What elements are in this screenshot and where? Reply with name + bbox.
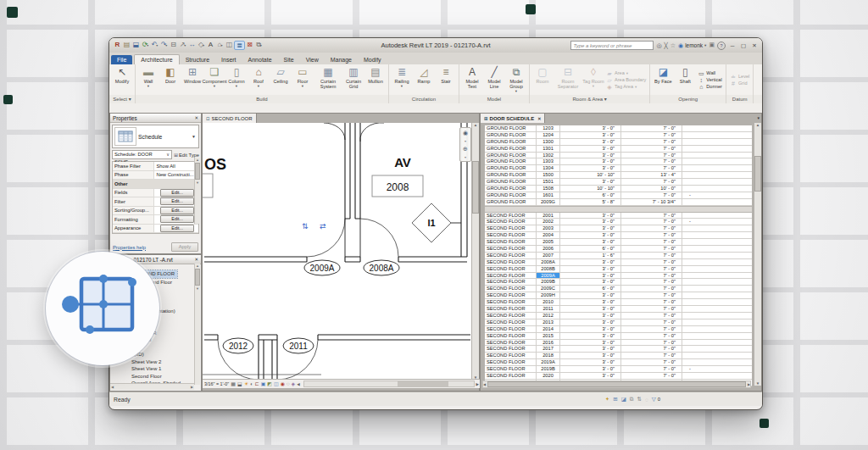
schedule-cell[interactable]: 10' - 0"	[621, 186, 682, 192]
schedule-cell[interactable]: 7' - 0"	[621, 158, 682, 164]
schedule-cell[interactable]: GROUND FLOOR	[485, 153, 537, 158]
schedule-row[interactable]: SECOND FLOOR20153' - 0"7' - 0"	[485, 333, 752, 340]
schedule-cell[interactable]: 1508	[537, 186, 560, 192]
schedule-cell[interactable]: 7' - 0"	[621, 259, 682, 265]
schedule-cell[interactable]	[682, 306, 752, 312]
schedule-cell[interactable]: 1204	[537, 132, 560, 138]
schedule-row[interactable]: SECOND FLOOR20113' - 0"7' - 0"	[485, 306, 752, 313]
minimize-button[interactable]: ─	[728, 42, 737, 48]
schedule-cell[interactable]: 3' - 0"	[560, 340, 621, 346]
schedule-cell[interactable]: 1304	[537, 165, 560, 171]
door-tag[interactable]: 2011	[289, 342, 308, 351]
hide-elements-icon[interactable]: ◩	[267, 381, 272, 387]
apply-button[interactable]: Apply	[171, 242, 198, 252]
editable-only-icon[interactable]: ✦	[605, 396, 609, 403]
ribbon-button-dormer[interactable]: ⌂Dormer	[698, 84, 722, 90]
schedule-hscrollbar[interactable]: ◀▶	[482, 381, 751, 388]
schedule-cell[interactable]: SECOND FLOOR	[485, 259, 537, 265]
properties-header[interactable]: Properties ✕	[110, 114, 201, 123]
plan-view-tab[interactable]: ⊡ SECOND FLOOR	[203, 114, 257, 123]
ribbon-button-curtain-grid[interactable]: ▥Curtain Grid	[342, 65, 364, 95]
property-value[interactable]: Edit...	[154, 225, 198, 233]
revit-logo-icon[interactable]: R	[113, 41, 122, 50]
close-icon[interactable]: ✕	[537, 116, 541, 121]
schedule-row[interactable]: GROUND FLOOR2009G5' - 8"7' - 10 3/4"	[485, 199, 752, 206]
browser-scrollbar[interactable]: ▲▼	[194, 264, 200, 385]
schedule-cell[interactable]: SECOND FLOOR	[485, 266, 537, 272]
schedule-cell[interactable]: 13' - 4"	[621, 172, 682, 178]
schedule-row[interactable]: SECOND FLOOR2019B3' - 0"7' - 0"-	[485, 366, 752, 373]
plan-vscrollbar[interactable]: ▲▼	[471, 123, 479, 380]
schedule-cell[interactable]: 3' - 0"	[560, 292, 621, 298]
schedule-cell[interactable]	[682, 239, 752, 245]
schedule-cell[interactable]: 1203	[537, 125, 560, 131]
schedule-cell[interactable]: 7' - 0"	[621, 165, 682, 171]
ribbon-button-area-boundary[interactable]: ▱Area Boundary	[606, 77, 646, 83]
schedule-cell[interactable]: 3' - 0"	[560, 299, 621, 305]
ribbon-button-level[interactable]: ≐Level	[730, 74, 749, 80]
worksets-icon[interactable]: ⊞	[613, 396, 617, 403]
room-tag-2008[interactable]: 2008	[387, 181, 409, 193]
browser-item[interactable]: Sheet View 1	[131, 365, 194, 373]
edit-button[interactable]: Edit...	[160, 215, 194, 223]
schedule-cell[interactable]: 7' - 0"	[621, 213, 682, 219]
schedule-row[interactable]: SECOND FLOOR20053' - 0"7' - 0"	[485, 239, 752, 246]
schedule-cell[interactable]: 3' - 0"	[560, 239, 621, 245]
schedule-cell[interactable]	[682, 132, 752, 138]
tab-overflow-icon[interactable]: ▾	[757, 114, 761, 123]
crop-view-icon[interactable]: ⊏	[255, 381, 259, 387]
schedule-cell[interactable]: 5' - 8"	[560, 199, 621, 205]
schedule-cell[interactable]	[682, 373, 752, 379]
ribbon-tab-site[interactable]: Site	[278, 55, 300, 64]
keynote-tag-text[interactable]: I1	[427, 218, 435, 228]
door-tag[interactable]: 2009A	[310, 264, 335, 273]
schedule-cell[interactable]: 3' - 0"	[560, 353, 621, 358]
schedule-cell[interactable]: 3' - 0"	[560, 306, 621, 312]
schedule-cell[interactable]: 2015	[537, 333, 560, 339]
schedule-cell[interactable]	[682, 253, 752, 258]
type-selector[interactable]: Schedule ▼	[112, 125, 199, 148]
schedule-cell[interactable]: 3' - 0"	[560, 333, 621, 339]
schedule-cell[interactable]	[682, 340, 752, 346]
schedule-cell[interactable]: 1302	[537, 153, 560, 158]
ribbon-button-vertical[interactable]: ↕Vertical	[698, 77, 722, 83]
open-icon[interactable]: ▤	[122, 41, 131, 50]
ribbon-tab-structure[interactable]: Structure	[180, 55, 215, 64]
ribbon-tab-modify[interactable]: Modify	[358, 55, 387, 64]
schedule-cell[interactable]: 7' - 0"	[621, 273, 682, 279]
ribbon-button-area[interactable]: ▰Area▾	[606, 70, 646, 76]
schedule-cell[interactable]: SECOND FLOOR	[485, 313, 537, 319]
schedule-cell[interactable]: 1501	[537, 179, 560, 185]
restore-button[interactable]: ▢	[739, 42, 748, 49]
schedule-cell[interactable]: SECOND FLOOR	[485, 225, 537, 231]
schedule-cell[interactable]: GROUND FLOOR	[485, 146, 537, 152]
schedule-row[interactable]: SECOND FLOOR20133' - 0"7' - 0"	[485, 319, 752, 326]
schedule-cell[interactable]: 3' - 0"	[560, 153, 621, 158]
schedule-cell[interactable]: 7' - 0"	[621, 340, 682, 346]
help-icon[interactable]: ?	[717, 42, 726, 50]
ribbon-button-room-separator[interactable]: ⊟Room Separator	[554, 65, 582, 95]
schedule-cell[interactable]: 1300	[537, 139, 560, 145]
schedule-cell[interactable]: 2019A	[537, 359, 560, 365]
schedule-cell[interactable]: 7' - 0"	[621, 146, 682, 152]
schedule-cell[interactable]: SECOND FLOOR	[485, 299, 537, 305]
ribbon-button-column[interactable]: ▯Column▾	[225, 65, 248, 95]
schedule-cell[interactable]: SECOND FLOOR	[485, 373, 537, 379]
edit-button[interactable]: Edit...	[160, 197, 194, 205]
schedule-cell[interactable]: 7' - 0"	[621, 132, 682, 138]
press-drag-icon[interactable]: ◌	[645, 397, 648, 403]
schedule-cell[interactable]	[682, 359, 752, 365]
schedule-cell[interactable]: SECOND FLOOR	[485, 239, 537, 245]
ribbon-button-floor[interactable]: ▭Floor▾	[292, 65, 314, 95]
ribbon-button-roof[interactable]: ⌂Roof▾	[248, 65, 270, 95]
schedule-cell[interactable]: 3' - 0"	[560, 132, 621, 138]
schedule-cell[interactable]: 2011	[537, 306, 560, 312]
schedule-row[interactable]: GROUND FLOOR13033' - 0"7' - 0"	[485, 158, 752, 165]
ribbon-button-shaft[interactable]: ▯Shaft	[674, 65, 696, 95]
schedule-cell[interactable]	[682, 313, 752, 319]
tag-by-category-icon[interactable]: ◇▾	[197, 41, 206, 50]
schedule-row[interactable]: GROUND FLOOR13043' - 0"7' - 0"	[485, 165, 752, 172]
measure-icon[interactable]: ↗▾	[178, 41, 187, 50]
schedule-cell[interactable]: GROUND FLOOR	[485, 192, 537, 198]
edit-button[interactable]: Edit...	[160, 207, 194, 214]
